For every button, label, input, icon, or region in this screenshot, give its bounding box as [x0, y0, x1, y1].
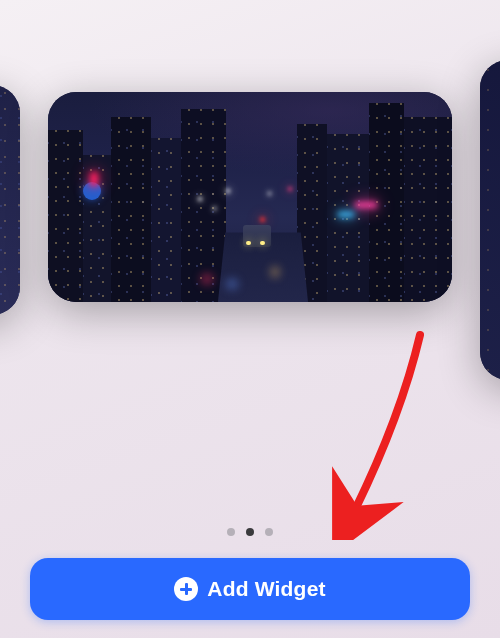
- add-widget-label: Add Widget: [207, 577, 325, 601]
- page-dot-1[interactable]: [227, 528, 235, 536]
- plus-circle-icon: [174, 577, 198, 601]
- widget-preview-small-left[interactable]: [0, 85, 20, 315]
- arrow-annotation-icon: [320, 330, 450, 540]
- page-dot-2[interactable]: [246, 528, 254, 536]
- add-widget-button[interactable]: Add Widget: [30, 558, 470, 620]
- widget-preview-large-right[interactable]: [480, 60, 500, 380]
- widget-carousel[interactable]: [0, 80, 500, 340]
- page-dot-3[interactable]: [265, 528, 273, 536]
- widget-preview-medium-center[interactable]: [48, 92, 452, 302]
- page-indicator[interactable]: [227, 528, 273, 536]
